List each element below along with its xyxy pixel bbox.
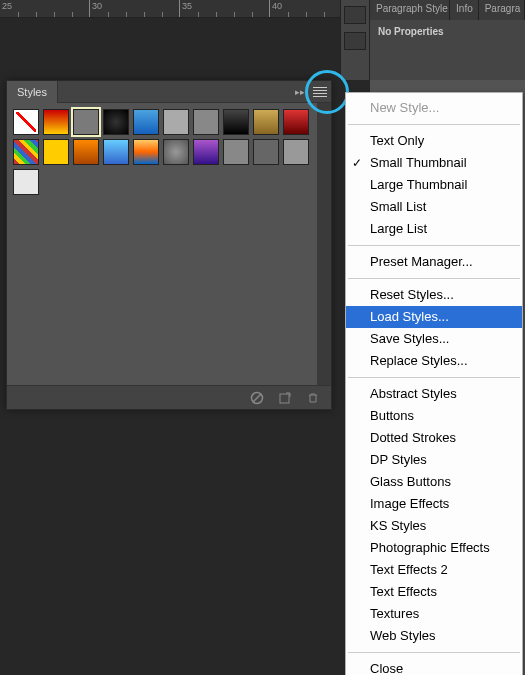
menu-item-textures[interactable]: Textures xyxy=(346,603,522,625)
dock-button-paragraph[interactable] xyxy=(344,6,366,24)
new-style-icon[interactable] xyxy=(277,390,293,406)
menu-item-small-thumbnail[interactable]: ✓Small Thumbnail xyxy=(346,152,522,174)
tab-paragraph2[interactable]: Paragra xyxy=(479,0,525,20)
menu-item-dotted-strokes[interactable]: Dotted Strokes xyxy=(346,427,522,449)
style-swatch[interactable] xyxy=(73,109,99,135)
menu-item-large-thumbnail[interactable]: Large Thumbnail xyxy=(346,174,522,196)
style-swatch[interactable] xyxy=(253,139,279,165)
menu-item-dp-styles[interactable]: DP Styles xyxy=(346,449,522,471)
menu-item-label: Text Effects 2 xyxy=(370,562,448,577)
menu-item-label: Textures xyxy=(370,606,419,621)
menu-item-close[interactable]: Close xyxy=(346,658,522,675)
menu-icon xyxy=(313,87,327,97)
style-swatch[interactable] xyxy=(103,139,129,165)
style-swatch[interactable] xyxy=(163,109,189,135)
styles-panel: Styles ▸▸ xyxy=(6,80,332,410)
svg-line-1 xyxy=(253,394,261,402)
dock-button-grid[interactable] xyxy=(344,32,366,50)
menu-item-buttons[interactable]: Buttons xyxy=(346,405,522,427)
check-icon: ✓ xyxy=(352,154,362,172)
menu-item-web-styles[interactable]: Web Styles xyxy=(346,625,522,647)
style-swatch[interactable] xyxy=(253,109,279,135)
menu-item-save-styles[interactable]: Save Styles... xyxy=(346,328,522,350)
menu-item-text-effects[interactable]: Text Effects xyxy=(346,581,522,603)
menu-item-label: Image Effects xyxy=(370,496,449,511)
tab-paragraph-style[interactable]: Paragraph Style xyxy=(370,0,450,20)
menu-item-label: Large List xyxy=(370,221,427,236)
style-swatch[interactable] xyxy=(193,109,219,135)
tab-info[interactable]: Info xyxy=(450,0,479,20)
menu-item-label: Web Styles xyxy=(370,628,436,643)
menu-item-label: Close xyxy=(370,661,403,675)
style-swatch[interactable] xyxy=(163,139,189,165)
menu-item-label: DP Styles xyxy=(370,452,427,467)
menu-item-label: Small List xyxy=(370,199,426,214)
style-swatch[interactable] xyxy=(223,139,249,165)
collapse-icon[interactable]: ▸▸ xyxy=(291,83,309,101)
menu-item-image-effects[interactable]: Image Effects xyxy=(346,493,522,515)
menu-item-label: Large Thumbnail xyxy=(370,177,467,192)
menu-item-label: Text Only xyxy=(370,133,424,148)
menu-item-glass-buttons[interactable]: Glass Buttons xyxy=(346,471,522,493)
menu-item-large-list[interactable]: Large List xyxy=(346,218,522,240)
menu-item-label: Dotted Strokes xyxy=(370,430,456,445)
menu-item-load-styles[interactable]: Load Styles... xyxy=(346,306,522,328)
menu-item-photographic-effects[interactable]: Photographic Effects xyxy=(346,537,522,559)
menu-item-reset-styles[interactable]: Reset Styles... xyxy=(346,284,522,306)
dock-tabs: Paragraph Style Info Paragra xyxy=(370,0,525,20)
menu-item-label: Load Styles... xyxy=(370,309,449,324)
menu-item-label: New Style... xyxy=(370,100,439,115)
tab-styles[interactable]: Styles xyxy=(7,81,58,103)
style-swatch[interactable] xyxy=(43,139,69,165)
style-swatch[interactable] xyxy=(43,109,69,135)
scrollbar-vertical[interactable] xyxy=(317,103,331,385)
dock-body-text: No Properties xyxy=(370,20,525,43)
style-swatch[interactable] xyxy=(193,139,219,165)
menu-item-label: Buttons xyxy=(370,408,414,423)
swatch-grid xyxy=(7,103,331,201)
menu-item-ks-styles[interactable]: KS Styles xyxy=(346,515,522,537)
menu-item-text-effects-2[interactable]: Text Effects 2 xyxy=(346,559,522,581)
ruler-mark: 25 xyxy=(0,0,90,18)
ruler-mark: 35 xyxy=(180,0,270,18)
menu-separator xyxy=(348,278,520,279)
menu-item-label: Replace Styles... xyxy=(370,353,468,368)
menu-item-label: Photographic Effects xyxy=(370,540,490,555)
menu-item-new-style: New Style... xyxy=(346,97,522,119)
menu-separator xyxy=(348,245,520,246)
menu-separator xyxy=(348,377,520,378)
right-dock-panel: Paragraph Style Info Paragra No Properti… xyxy=(369,0,525,80)
style-swatch[interactable] xyxy=(13,169,39,195)
clear-style-icon[interactable] xyxy=(249,390,265,406)
menu-item-label: Glass Buttons xyxy=(370,474,451,489)
style-swatch[interactable] xyxy=(73,139,99,165)
delete-icon[interactable] xyxy=(305,390,321,406)
menu-item-label: Abstract Styles xyxy=(370,386,457,401)
style-swatch[interactable] xyxy=(283,109,309,135)
flyout-menu: New Style...Text Only✓Small ThumbnailLar… xyxy=(345,92,523,675)
style-swatch[interactable] xyxy=(13,109,39,135)
menu-separator xyxy=(348,124,520,125)
style-swatch[interactable] xyxy=(223,109,249,135)
menu-item-label: Text Effects xyxy=(370,584,437,599)
dock-icon-column xyxy=(340,0,370,80)
style-swatch[interactable] xyxy=(133,139,159,165)
menu-item-abstract-styles[interactable]: Abstract Styles xyxy=(346,383,522,405)
style-swatch[interactable] xyxy=(13,139,39,165)
menu-item-small-list[interactable]: Small List xyxy=(346,196,522,218)
style-swatch[interactable] xyxy=(133,109,159,135)
menu-item-text-only[interactable]: Text Only xyxy=(346,130,522,152)
menu-item-label: Preset Manager... xyxy=(370,254,473,269)
menu-item-preset-manager[interactable]: Preset Manager... xyxy=(346,251,522,273)
menu-item-replace-styles[interactable]: Replace Styles... xyxy=(346,350,522,372)
svg-rect-2 xyxy=(280,394,289,403)
flyout-menu-button[interactable] xyxy=(309,83,331,101)
menu-item-label: KS Styles xyxy=(370,518,426,533)
menu-item-label: Reset Styles... xyxy=(370,287,454,302)
style-swatch[interactable] xyxy=(283,139,309,165)
panel-footer xyxy=(7,385,331,409)
style-swatch[interactable] xyxy=(103,109,129,135)
panel-tabbar: Styles ▸▸ xyxy=(7,81,331,103)
ruler-mark: 30 xyxy=(90,0,180,18)
ruler-horizontal: 25303540 xyxy=(0,0,370,18)
